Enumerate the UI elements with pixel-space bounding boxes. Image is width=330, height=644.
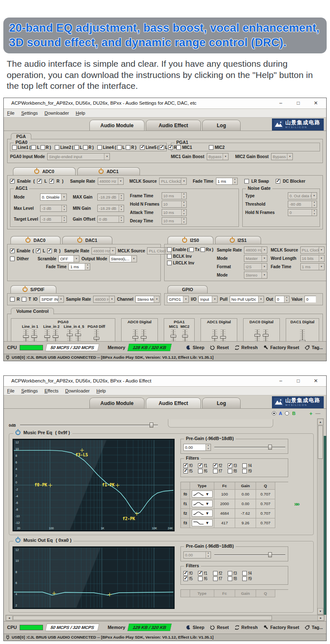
menu-downloader[interactable]: Downloader bbox=[45, 111, 69, 116]
noise-gate-type-select[interactable]: 0. Out data I...▼ bbox=[288, 192, 317, 199]
q-cell[interactable]: 0.707 bbox=[256, 518, 275, 528]
tab-adc0[interactable]: ADC0 bbox=[13, 167, 76, 175]
mic2-boost-select[interactable]: Bypass▼ bbox=[271, 153, 293, 160]
mic1-boost-select[interactable]: Bypass▼ bbox=[207, 153, 228, 160]
spin-down-icon[interactable]: ▼ bbox=[312, 212, 317, 216]
pre-gain-spinner[interactable]: 0.00▲▼ bbox=[183, 444, 211, 451]
maximize-button[interactable]: □ bbox=[289, 98, 307, 108]
spin-up-icon[interactable]: ▲ bbox=[62, 205, 66, 209]
gpio-value-field[interactable]: 0 bbox=[305, 296, 316, 303]
slider-handle[interactable] bbox=[67, 334, 73, 336]
ab-radio-a[interactable] bbox=[272, 411, 276, 415]
line2-right-checkbox[interactable] bbox=[83, 145, 88, 150]
line4-right-checkbox[interactable] bbox=[126, 145, 130, 150]
line4-checkbox[interactable] bbox=[97, 145, 102, 150]
fc-cell[interactable]: 2000 bbox=[214, 499, 235, 509]
gain-cell[interactable]: -7.62 bbox=[235, 509, 256, 518]
filter-f3-checkbox[interactable] bbox=[228, 571, 232, 576]
gain-cell[interactable]: 0.00 bbox=[235, 490, 256, 499]
pre-gain-slider[interactable] bbox=[214, 552, 285, 557]
spin-up-icon[interactable]: ▲ bbox=[233, 178, 237, 181]
volume-slider[interactable] bbox=[221, 330, 226, 341]
volume-slider[interactable] bbox=[133, 330, 138, 341]
scramble-select[interactable]: OFF▼ bbox=[58, 255, 79, 262]
sleep-button[interactable]: Sleep bbox=[185, 625, 204, 630]
titlebar[interactable]: ACPWorkbench_for_AP82xx, DU56x, DU26x, B… bbox=[4, 376, 326, 387]
filter-f2-checkbox[interactable] bbox=[213, 463, 218, 468]
spdif-r-checkbox[interactable] bbox=[10, 297, 15, 302]
tab-audio-module[interactable]: Audio Module bbox=[89, 120, 145, 131]
spdif-t-checkbox[interactable] bbox=[22, 297, 26, 302]
line1-left-checkbox[interactable] bbox=[31, 145, 36, 150]
reset-button[interactable]: Reset bbox=[210, 625, 229, 630]
slider-handle[interactable] bbox=[23, 335, 29, 338]
i2s-fade-select[interactable]: 1 ms▼ bbox=[300, 263, 325, 270]
filter-f8-checkbox[interactable] bbox=[228, 469, 232, 473]
vertical-scrollbar[interactable]: ▲ ▼ bbox=[317, 418, 324, 615]
spin-up-icon[interactable]: ▲ bbox=[62, 216, 66, 219]
volume-slider[interactable] bbox=[45, 330, 50, 341]
dc-blocker-checkbox[interactable] bbox=[276, 179, 280, 184]
filter-f8-checkbox[interactable] bbox=[228, 576, 232, 581]
dac-fade-spinner[interactable]: 1 ms▲▼ bbox=[69, 263, 90, 270]
slider-handle[interactable] bbox=[263, 334, 269, 337]
volume-slider[interactable] bbox=[94, 330, 99, 341]
slider-handle[interactable] bbox=[53, 335, 58, 338]
sleep-button[interactable]: Sleep bbox=[185, 345, 204, 350]
pre-gain-spinner[interactable]: 0.00▲▼ bbox=[183, 551, 211, 558]
volume-slider[interactable] bbox=[255, 330, 260, 341]
tab-gpio[interactable]: GPIO bbox=[168, 285, 208, 293]
i2s-tx-checkbox[interactable] bbox=[189, 247, 194, 252]
spdif-channel-select[interactable]: Stereo Mo...▼ bbox=[135, 296, 160, 303]
adc-mclk-select[interactable]: PLL Clock2▼ bbox=[159, 178, 187, 185]
filter-f6-checkbox[interactable] bbox=[198, 576, 203, 581]
filter-f7-checkbox[interactable] bbox=[213, 469, 218, 473]
volume-slider[interactable] bbox=[263, 330, 268, 341]
tab-spdif[interactable]: S/PDIF bbox=[10, 285, 56, 293]
filter-f0-checkbox[interactable] bbox=[183, 463, 188, 468]
spin-down-icon[interactable]: ▼ bbox=[85, 267, 90, 270]
spin-down-icon[interactable]: ▼ bbox=[182, 204, 186, 207]
slider-handle[interactable] bbox=[141, 336, 147, 339]
slider-handle[interactable] bbox=[268, 445, 272, 450]
spin-down-icon[interactable]: ▼ bbox=[182, 196, 186, 199]
noise-gate-threshold-spinner[interactable]: -80 dB▲▼ bbox=[288, 201, 317, 208]
line2-checkbox[interactable] bbox=[55, 145, 59, 150]
menu-file[interactable]: File bbox=[7, 111, 15, 116]
filter-f3-checkbox[interactable] bbox=[228, 463, 232, 468]
tab-audio-effect[interactable]: Audio Effect bbox=[146, 120, 201, 131]
i2s-enable-checkbox[interactable] bbox=[167, 247, 172, 252]
spin-up-icon[interactable]: ▲ bbox=[182, 218, 186, 221]
filter-f5-checkbox[interactable] bbox=[183, 576, 188, 581]
spin-down-icon[interactable]: ▼ bbox=[182, 212, 186, 216]
spin-up-icon[interactable]: ▲ bbox=[119, 194, 124, 197]
filter-f4-checkbox[interactable] bbox=[242, 463, 247, 468]
filter-type-select[interactable]: ▼ bbox=[192, 491, 213, 498]
agc-max-level-spinner[interactable]: -3 dB▲▼ bbox=[40, 205, 67, 212]
spin-up-icon[interactable]: ▲ bbox=[312, 201, 317, 204]
slider-handle[interactable] bbox=[254, 334, 260, 337]
dither-checkbox[interactable] bbox=[10, 257, 15, 261]
scrollbar-thumb[interactable] bbox=[13, 616, 272, 620]
close-button[interactable]: ✕ bbox=[307, 98, 325, 108]
noise-gate-holdn-spinner[interactable]: 0▲▼ bbox=[288, 209, 317, 216]
volume-slider[interactable] bbox=[171, 330, 176, 341]
tag-button[interactable]: Tag... bbox=[305, 625, 323, 630]
adc-fade-spinner[interactable]: 1 ms▲▼ bbox=[216, 178, 238, 185]
tab-audio-effect[interactable]: Audio Effect bbox=[146, 397, 201, 408]
pga0-input-mode-select[interactable]: Single-ended input▼ bbox=[47, 153, 110, 160]
gain-cell[interactable]: 0.00 bbox=[235, 499, 256, 509]
volume-slider[interactable] bbox=[23, 330, 28, 341]
spin-down-icon[interactable]: ▼ bbox=[206, 555, 211, 558]
i2s-channel-mode-select[interactable]: Stereo▼ bbox=[244, 272, 267, 279]
lr-swap-checkbox[interactable] bbox=[244, 179, 249, 184]
spin-up-icon[interactable]: ▲ bbox=[119, 216, 124, 219]
volume-slider[interactable] bbox=[32, 330, 37, 341]
menu-help[interactable]: Help bbox=[96, 388, 106, 393]
q-cell[interactable]: 0.707 bbox=[256, 499, 275, 509]
volume-slider[interactable] bbox=[76, 330, 81, 341]
spin-up-icon[interactable]: ▲ bbox=[206, 552, 211, 555]
mic2-checkbox[interactable] bbox=[209, 145, 213, 150]
filter-f7-checkbox[interactable] bbox=[213, 576, 218, 581]
adc-right-checkbox[interactable] bbox=[49, 179, 54, 184]
